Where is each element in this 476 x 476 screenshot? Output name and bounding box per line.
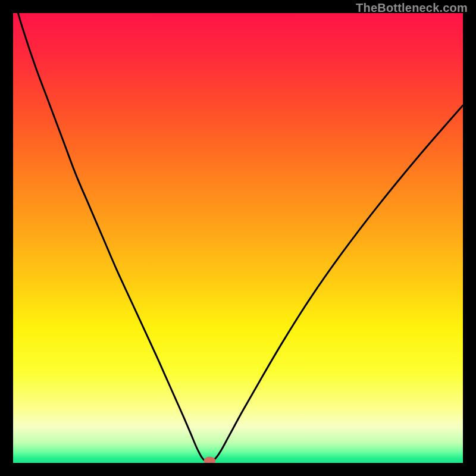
chart-plot-area	[13, 13, 463, 463]
chart-container: TheBottleneck.com	[0, 0, 476, 476]
chart-background	[13, 13, 463, 463]
chart-svg	[13, 13, 463, 463]
